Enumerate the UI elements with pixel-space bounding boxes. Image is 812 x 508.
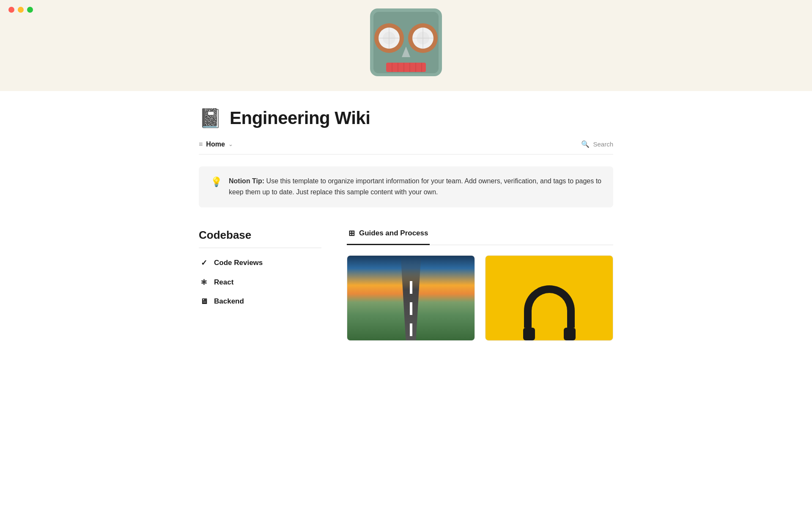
list-item-backend[interactable]: 🖥 Backend <box>199 293 321 310</box>
code-reviews-label: Code Reviews <box>214 259 263 267</box>
guides-section: ⊞ Guides and Process <box>347 229 613 341</box>
tab-label: Guides and Process <box>359 229 428 237</box>
tip-text: Notion Tip: Use this template to organiz… <box>229 176 601 198</box>
codebase-section: Codebase ✓ Code Reviews ⚛ React 🖥 Backen… <box>199 229 321 310</box>
card-road[interactable] <box>347 255 475 341</box>
nav-chevron-icon[interactable]: ⌄ <box>228 141 233 147</box>
tab-guides-and-process[interactable]: ⊞ Guides and Process <box>347 229 430 245</box>
tip-icon: 💡 <box>211 177 222 188</box>
tip-body-text: Use this template to organize important … <box>229 177 601 196</box>
robot-illustration <box>324 0 488 91</box>
nav-search-button[interactable]: 🔍 Search <box>581 140 613 148</box>
search-icon: 🔍 <box>581 140 590 148</box>
tab-bar: ⊞ Guides and Process <box>347 229 613 245</box>
fullscreen-button[interactable] <box>27 7 33 13</box>
search-label: Search <box>593 141 613 148</box>
codebase-heading: Codebase <box>199 229 321 248</box>
nav-home-label[interactable]: Home <box>206 141 225 148</box>
grid-icon: ⊞ <box>348 229 355 238</box>
page-title-row: 📓 Engineering Wiki <box>199 108 613 128</box>
road-image <box>347 256 475 340</box>
react-label: React <box>214 278 233 287</box>
headphones-shape <box>524 285 575 328</box>
list-item-react[interactable]: ⚛ React <box>199 273 321 291</box>
home-lines-icon: ≡ <box>199 141 203 148</box>
card-grid <box>347 255 613 341</box>
nav-bar: ≡ Home ⌄ 🔍 Search <box>199 140 613 155</box>
checkmark-icon: ✓ <box>199 258 209 268</box>
react-icon: ⚛ <box>199 278 209 287</box>
tip-box: 💡 Notion Tip: Use this template to organ… <box>199 166 613 207</box>
monitor-icon: 🖥 <box>199 297 209 306</box>
page-title: Engineering Wiki <box>230 108 370 128</box>
codebase-list: ✓ Code Reviews ⚛ React 🖥 Backend <box>199 254 321 310</box>
close-button[interactable] <box>8 7 14 13</box>
hero-robot-image <box>324 0 488 91</box>
nav-left: ≡ Home ⌄ <box>199 141 233 148</box>
main-content: 📓 Engineering Wiki ≡ Home ⌄ 🔍 Search 💡 N… <box>173 91 639 341</box>
traffic-lights <box>8 7 33 13</box>
headphones-image <box>486 256 613 340</box>
two-column-layout: Codebase ✓ Code Reviews ⚛ React 🖥 Backen… <box>199 229 613 341</box>
card-headphones[interactable] <box>485 255 613 341</box>
list-item-code-reviews[interactable]: ✓ Code Reviews <box>199 254 321 272</box>
backend-label: Backend <box>214 297 244 306</box>
page-emoji: 📓 <box>199 109 222 127</box>
minimize-button[interactable] <box>18 7 24 13</box>
hero-banner <box>0 0 812 91</box>
tip-bold-text: Notion Tip: <box>229 177 264 185</box>
